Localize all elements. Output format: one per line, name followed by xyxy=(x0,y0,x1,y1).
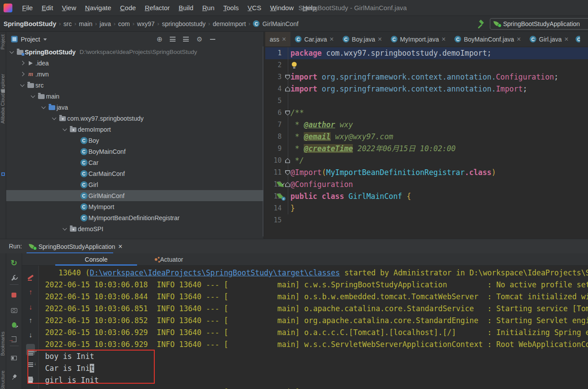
chevron-expanded-icon[interactable] xyxy=(42,104,46,109)
chevron-expanded-icon[interactable] xyxy=(10,49,14,53)
stop-button[interactable] xyxy=(6,290,22,300)
menu-item-build[interactable]: Build xyxy=(174,0,198,15)
clear-mark-button[interactable] xyxy=(23,271,38,283)
run-tab[interactable]: SpringBootStudyApplication xyxy=(27,239,113,254)
run-configuration-select[interactable]: SpringBootStudyApplication xyxy=(490,18,588,30)
close-icon[interactable] xyxy=(517,36,521,43)
breadcrumb-item-java[interactable]: java xyxy=(99,20,111,27)
chevron-collapsed-icon[interactable] xyxy=(20,61,25,65)
tree-item-MyImport[interactable]: MyImport xyxy=(6,201,263,212)
menu-item-refactor[interactable]: Refactor xyxy=(140,0,174,15)
menu-item-window[interactable]: Window xyxy=(266,0,298,15)
tree-item-MyImportBeanDefinitionRegistrar[interactable]: MyImportBeanDefinitionRegistrar xyxy=(6,212,263,223)
locate-icon[interactable]: ⊕ xyxy=(157,36,162,43)
stripe-label-project[interactable]: Project xyxy=(0,34,6,50)
stripe-label-bookmarks[interactable]: Bookmarks xyxy=(0,332,6,356)
up-red-button[interactable]: ↑ xyxy=(23,286,38,298)
tree-item-BoyMainConf[interactable]: BoyMainConf xyxy=(6,146,263,157)
project-panel-title[interactable]: Project xyxy=(21,36,40,43)
chevron-expanded-icon[interactable] xyxy=(63,126,67,131)
layout-button[interactable] xyxy=(6,353,22,363)
stripe-tool-icon[interactable] xyxy=(1,172,5,176)
close-icon[interactable] xyxy=(378,36,382,43)
editor-tab-MyImport.java[interactable]: MyImport.java xyxy=(386,32,450,46)
editor-tab-ass[interactable]: ass xyxy=(265,32,290,46)
close-icon[interactable] xyxy=(564,36,568,43)
breadcrumb-item-main[interactable]: main xyxy=(79,20,92,27)
tree-item-src[interactable]: src xyxy=(6,80,263,91)
chevron-expanded-icon[interactable] xyxy=(63,226,67,230)
chevron-collapsed-icon[interactable] xyxy=(20,72,25,76)
tree-item-demoImport[interactable]: demoImport xyxy=(6,124,263,135)
close-icon[interactable] xyxy=(282,36,286,43)
tree-item-Boy[interactable]: Boy xyxy=(6,135,263,146)
breadcrumb-item-wxy97[interactable]: wxy97 xyxy=(137,20,155,27)
camera-button[interactable] xyxy=(6,305,22,316)
fold-marker-icon[interactable] xyxy=(285,182,290,187)
tree-item-Girl[interactable]: Girl xyxy=(6,179,263,190)
build-hammer-icon[interactable] xyxy=(477,20,485,28)
up-gray-button[interactable]: ↑ xyxy=(23,315,38,326)
breadcrumb-item-src[interactable]: src xyxy=(64,20,72,27)
exit-button[interactable] xyxy=(6,334,22,344)
menu-item-tools[interactable]: Tools xyxy=(219,0,243,15)
down-gray-button[interactable]: ↓ xyxy=(23,329,38,341)
editor-tab-Boy.java[interactable]: Boy.java xyxy=(338,32,386,46)
fold-marker-icon[interactable] xyxy=(285,75,290,80)
breadcrumb-item-demoImport[interactable]: demoImport xyxy=(213,20,246,27)
chevron-down-icon[interactable] xyxy=(43,38,47,41)
console-output[interactable]: 13640 (D:\workspace\IdeaProjects\SpringB… xyxy=(39,266,588,389)
breadcrumb-item-springbootstudy[interactable]: springbootstudy xyxy=(162,20,206,27)
chevron-expanded-icon[interactable] xyxy=(31,93,35,98)
tree-item-CarMainConf[interactable]: CarMainConf xyxy=(6,168,263,179)
tree-item-.idea[interactable]: .idea xyxy=(6,57,263,69)
print-button[interactable] xyxy=(23,374,38,385)
tree-item-demoSPI[interactable]: demoSPI xyxy=(6,223,263,234)
profiler-button[interactable] xyxy=(6,320,22,330)
rerun-button[interactable]: ↻ xyxy=(6,258,22,268)
tree-scrollbar[interactable] xyxy=(263,46,264,236)
pin-button[interactable] xyxy=(6,372,22,382)
menu-item-edit[interactable]: Edit xyxy=(37,0,57,15)
stripe-label-structure[interactable]: Structure xyxy=(0,370,6,389)
breadcrumb-item-GirlMainConf[interactable]: GirlMainConf xyxy=(262,20,298,27)
breadcrumb-item-SpringBootStudy[interactable]: SpringBootStudy xyxy=(4,20,56,27)
close-icon[interactable] xyxy=(330,36,334,43)
breadcrumb-item-com[interactable]: com xyxy=(118,20,130,27)
fold-marker-icon[interactable] xyxy=(285,87,290,92)
close-icon[interactable] xyxy=(118,243,122,250)
menu-item-view[interactable]: View xyxy=(57,0,80,15)
editor-tab-Girl.java[interactable]: Girl.java xyxy=(525,32,573,46)
menu-item-code[interactable]: Code xyxy=(116,0,141,15)
chevron-expanded-icon[interactable] xyxy=(52,115,57,120)
tree-item-.mvn[interactable]: m.mvn xyxy=(6,69,263,80)
wrench-button[interactable] xyxy=(6,272,22,283)
scroll-end-button[interactable] xyxy=(23,359,38,370)
tree-item-main[interactable]: main xyxy=(6,91,263,102)
stripe-label-alibaba-cloud-explorer[interactable]: Alibaba Cloud Explorer xyxy=(0,74,6,124)
menu-item-run[interactable]: Run xyxy=(198,0,219,15)
editor-tab-Car.java[interactable]: Car.java xyxy=(290,32,338,46)
soft-wrap-button[interactable] xyxy=(23,344,38,355)
tree-item-java[interactable]: java xyxy=(6,102,263,113)
code-editor[interactable]: 1package com.wxy97.springbootstudy.demoI… xyxy=(265,46,588,239)
menu-item-vcs[interactable]: VCS xyxy=(243,0,266,15)
fold-marker-icon[interactable] xyxy=(285,111,290,115)
tree-item-SpringBootStudy[interactable]: SpringBootStudyD:\workspace\IdeaProjects… xyxy=(6,46,263,57)
tree-item-Car[interactable]: Car xyxy=(6,157,263,168)
fold-marker-icon[interactable] xyxy=(285,170,290,175)
close-icon[interactable] xyxy=(442,36,446,43)
expand-all-icon[interactable] xyxy=(170,37,176,42)
down-red-button[interactable]: ↓ xyxy=(23,301,38,313)
tree-item-GirlMainConf[interactable]: GirlMainConf xyxy=(6,190,263,201)
tree-item-com.wxy97.springbootstudy[interactable]: com.wxy97.springbootstudy xyxy=(6,113,263,124)
editor-tab-partial[interactable] xyxy=(573,32,580,46)
console-file-link[interactable]: D:\workspace\IdeaProjects\SpringBootStud… xyxy=(90,268,340,277)
editor-tab-BoyMainConf.java[interactable]: BoyMainConf.java xyxy=(450,32,525,46)
settings-gear-icon[interactable]: ⚙ xyxy=(196,36,202,42)
collapse-all-icon[interactable] xyxy=(183,37,189,42)
stripe-tool-icon[interactable] xyxy=(1,89,5,93)
menu-item-file[interactable]: File xyxy=(18,0,37,15)
chevron-expanded-icon[interactable] xyxy=(20,82,25,87)
tab-actuator[interactable]: Actuator xyxy=(155,253,183,266)
